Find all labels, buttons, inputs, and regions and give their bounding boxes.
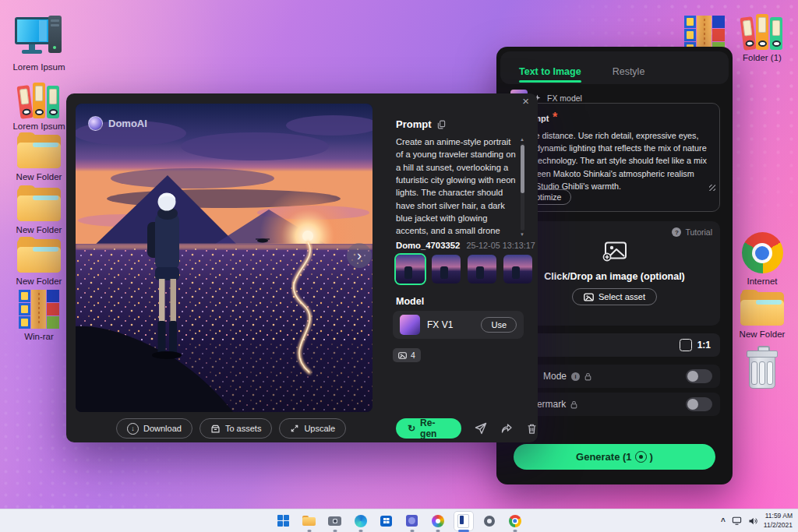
taskbar-chrome[interactable] — [505, 511, 525, 531]
viewer-detail-panel: Prompt Create an anime-style portrait of… — [382, 104, 528, 415]
taskbar-teams[interactable] — [402, 511, 422, 531]
upload-title: Click/Drop an image (optional) — [544, 271, 685, 282]
image-count-badge: 4 — [393, 348, 421, 362]
result-thumbnails — [396, 255, 532, 284]
asset-icon — [584, 293, 594, 301]
image-count: 4 — [411, 351, 415, 360]
download-button[interactable]: ↓ Download — [116, 418, 192, 439]
computer-icon — [15, 16, 63, 59]
taskbar-store[interactable] — [376, 511, 397, 531]
copy-icon[interactable] — [437, 120, 446, 129]
download-label: Download — [143, 424, 182, 433]
camera-icon — [328, 516, 341, 526]
thumbnail-4[interactable] — [503, 255, 532, 284]
select-asset-label: Select asset — [598, 292, 645, 301]
speaker-icon[interactable] — [748, 516, 757, 526]
to-assets-label: To assets — [225, 424, 261, 433]
model-name: FX V1 — [427, 319, 474, 330]
clock-time: 11:59 AM — [765, 512, 793, 520]
domoai-logo-icon — [88, 116, 103, 131]
thumbnail-1-selected[interactable] — [396, 255, 425, 284]
generate-label: Generate (1 — [576, 451, 632, 463]
scrollbar-thumb[interactable] — [521, 145, 524, 193]
desktop-icon-winrar[interactable]: Win-rar — [6, 290, 72, 342]
desktop-icon-recycle-bin[interactable] — [729, 346, 795, 389]
prompt-section-label: Prompt — [396, 118, 432, 130]
taskbar-clock[interactable]: 11:59 AM 11/2/2021 — [764, 512, 793, 529]
display-icon[interactable] — [732, 516, 742, 525]
generation-id: Domo_4703352 — [396, 241, 460, 250]
desktop-icon-label: Internet — [747, 277, 778, 287]
tray-expand-icon[interactable]: ^ — [721, 517, 726, 526]
store-icon — [380, 516, 392, 527]
tab-text-to-image[interactable]: Text to Image — [519, 66, 581, 84]
thumbnail-3[interactable] — [468, 255, 496, 284]
regen-button[interactable]: ↻ Re-gen — [396, 418, 461, 439]
desktop-icon-binders[interactable]: Lorem Ipsum — [6, 81, 72, 132]
scroll-up-icon[interactable]: ▲ — [520, 137, 524, 142]
scroll-down-icon[interactable]: ▼ — [520, 232, 524, 237]
desktop-icon-new-folder-right[interactable]: New Folder — [729, 290, 795, 340]
start-button[interactable] — [274, 511, 294, 531]
desktop-icon-folder-1-right[interactable]: Folder (1) — [729, 12, 795, 63]
taskbar-file-explorer[interactable] — [299, 511, 320, 531]
taskbar-edge[interactable] — [351, 511, 371, 531]
teams-icon — [406, 515, 418, 527]
to-assets-button[interactable]: To assets — [200, 418, 272, 439]
binders-icon — [19, 81, 59, 118]
tutorial-link[interactable]: ? Tutorial — [672, 227, 712, 237]
mode-toggle[interactable] — [686, 369, 712, 383]
upscale-button[interactable]: Upscale — [279, 418, 346, 439]
ratio-label: 1:1 — [697, 340, 711, 351]
taskbar-center-icons — [274, 511, 525, 531]
desktop-icon-label: Lorem Ipsum — [12, 62, 65, 72]
desktop-icon-label: New Folder — [16, 225, 62, 235]
desktop-icon-new-folder-1[interactable]: New Folder — [6, 132, 72, 182]
binders-icon — [742, 12, 782, 50]
desktop-icon-label: Lorem Ipsum — [12, 122, 65, 132]
prompt-text[interactable]: Create an anime-style portrait of a youn… — [396, 136, 517, 237]
resize-handle-icon[interactable] — [709, 185, 715, 191]
share-icon[interactable] — [500, 422, 513, 435]
next-image-button[interactable]: › — [347, 243, 372, 268]
desktop-icon-new-folder-3[interactable]: New Folder — [6, 237, 72, 287]
download-icon: ↓ — [127, 423, 139, 435]
credit-coin-icon — [635, 451, 647, 463]
prompt-textarea[interactable]: in the distance. Use rich detail, expres… — [519, 129, 710, 193]
aspect-ratio-row: 1:1 — [509, 333, 720, 357]
prompt-scrollbar[interactable]: ▲ ▼ — [519, 137, 525, 237]
select-asset-button[interactable]: Select asset — [572, 288, 657, 305]
lock-icon — [570, 400, 577, 409]
taskbar-active-app[interactable] — [454, 511, 474, 531]
ratio-checkbox[interactable] — [680, 339, 692, 351]
model-row-label: FX model — [547, 93, 582, 103]
folder-icon — [302, 516, 316, 526]
folder-icon — [740, 290, 785, 326]
generate-button[interactable]: Generate (1 ) — [514, 444, 715, 470]
system-tray: ^ 11:59 AM 11/2/2021 — [721, 509, 793, 532]
taskbar-photos[interactable] — [428, 511, 448, 531]
use-model-button[interactable]: Use — [481, 317, 517, 333]
winrar-icon — [19, 290, 59, 329]
image-upload-dropzone[interactable]: ? Tutorial Click/Drop an image (optional… — [509, 221, 720, 326]
chrome-icon — [742, 232, 783, 273]
desktop-icon-label: Folder (1) — [743, 53, 782, 63]
thumbnail-2[interactable] — [432, 255, 461, 284]
folder-icon — [16, 237, 62, 273]
delete-icon[interactable] — [526, 423, 538, 435]
watermark-toggle[interactable] — [686, 397, 712, 411]
send-icon[interactable] — [475, 422, 487, 435]
taskbar-settings[interactable] — [479, 511, 500, 531]
desktop-icon-new-folder-2[interactable]: New Folder — [6, 185, 72, 235]
assets-box-icon — [210, 424, 221, 434]
lock-icon — [584, 372, 591, 381]
domoai-brand-text: DomoAI — [108, 118, 147, 129]
generated-image — [76, 104, 373, 412]
desktop-icon-label: Win-rar — [24, 332, 54, 342]
tab-restyle[interactable]: Restyle — [613, 66, 645, 84]
upscale-arrows-icon — [290, 424, 299, 433]
taskbar-camera[interactable] — [325, 511, 345, 531]
desktop-icon-internet[interactable]: Internet — [729, 232, 795, 287]
desktop-icon-computer[interactable]: Lorem Ipsum — [6, 16, 72, 72]
chrome-icon — [509, 515, 521, 527]
